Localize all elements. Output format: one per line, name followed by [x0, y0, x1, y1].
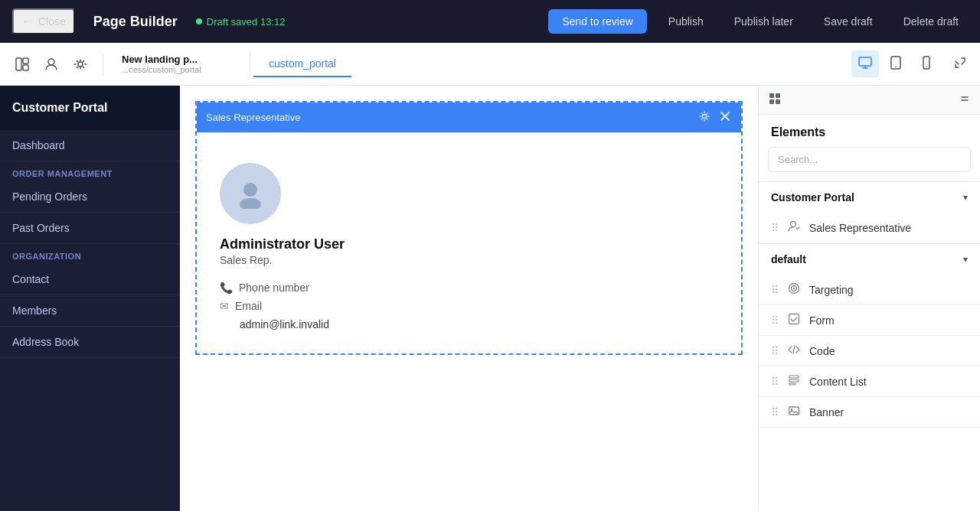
settings-icon-button[interactable]	[67, 51, 93, 77]
panel-section-header-customer-portal[interactable]: Customer Portal ▾	[759, 182, 980, 213]
chevron-down-icon: ▾	[963, 192, 968, 203]
panel-section-title-customer-portal: Customer Portal	[771, 191, 854, 203]
block-header: Sales Representative	[197, 103, 741, 132]
toolbar-separator	[103, 54, 103, 75]
svg-point-10	[703, 115, 707, 119]
svg-point-9	[926, 67, 926, 67]
publish-button[interactable]: Publish	[659, 9, 713, 34]
breadcrumb-title: New landing p...	[122, 54, 240, 65]
svg-rect-22	[789, 376, 799, 378]
panel-section-default: default ▾ ⠿ Targeting	[759, 243, 980, 428]
item-label-code: Code	[809, 345, 835, 357]
code-brackets-icon	[788, 343, 800, 356]
checkbox-icon	[788, 313, 800, 325]
right-panel: Elements Customer Portal ▾ ⠿	[758, 86, 980, 511]
view-mode-buttons	[851, 50, 940, 77]
list-item-banner[interactable]: ⠿ Banner	[759, 397, 980, 428]
phone-row: 📞 Phone number	[220, 282, 718, 294]
list-item-form[interactable]: ⠿ Form	[759, 305, 980, 336]
nav-item-members[interactable]: Members	[0, 295, 180, 327]
portal-frame: Customer Portal Dashboard Order Manageme…	[0, 86, 758, 511]
portal-header: Customer Portal	[0, 86, 180, 130]
svg-rect-15	[769, 99, 774, 104]
expand-icon	[954, 57, 966, 69]
item-label-banner: Banner	[809, 406, 844, 418]
list-item-content-list[interactable]: ⠿ Content List	[759, 366, 980, 397]
list-item-targeting[interactable]: ⠿ Targeting	[759, 275, 980, 305]
panel-title: Elements	[759, 115, 980, 147]
list-icon	[788, 374, 800, 386]
svg-rect-24	[789, 383, 795, 385]
save-draft-button[interactable]: Save draft	[815, 9, 882, 34]
drag-handle-icon: ⠿	[771, 222, 779, 234]
email-value: admin@link.invalid	[220, 318, 718, 330]
drag-handle-icon: ⠿	[771, 406, 779, 418]
expand-button[interactable]	[949, 52, 971, 76]
user-icon-button[interactable]	[38, 51, 64, 77]
settings-icon	[74, 57, 87, 71]
canvas-area: Customer Portal Dashboard Order Manageme…	[0, 86, 758, 511]
svg-point-12	[240, 198, 261, 209]
publish-later-button[interactable]: Publish later	[725, 9, 802, 34]
rep-role: Sales Rep.	[220, 254, 718, 266]
mobile-view-button[interactable]	[913, 50, 940, 77]
close-button[interactable]: ← Close	[12, 8, 75, 34]
desktop-icon	[858, 55, 873, 70]
nav-section-order-management: Order Management	[0, 161, 180, 181]
phone-label: Phone number	[239, 282, 309, 294]
panel-section-title-default: default	[771, 253, 806, 265]
arrow-left-icon: ←	[21, 15, 34, 28]
delete-draft-button[interactable]: Delete draft	[894, 9, 968, 34]
block-content: Administrator User Sales Rep. 📞 Phone nu…	[197, 132, 741, 353]
tab-custom-portal[interactable]: custom_portal	[253, 51, 351, 77]
desktop-view-button[interactable]	[851, 50, 879, 77]
item-label-form: Form	[809, 314, 835, 327]
search-input[interactable]	[768, 147, 971, 172]
panel-search	[759, 147, 980, 181]
portal-header-title: Customer Portal	[12, 101, 168, 115]
draft-dot-icon	[196, 18, 202, 24]
banner-image-icon	[788, 405, 800, 417]
content-list-icon	[786, 374, 802, 389]
canvas-inner: Customer Portal Dashboard Order Manageme…	[0, 86, 758, 511]
svg-rect-16	[776, 99, 780, 104]
close-icon	[720, 111, 730, 122]
svg-rect-5	[859, 57, 871, 66]
layout-icon-button[interactable]	[9, 51, 35, 77]
list-item[interactable]: ⠿ Sales Representative	[759, 213, 980, 243]
svg-point-3	[48, 59, 54, 65]
svg-rect-23	[789, 379, 799, 382]
panel-expand-icon[interactable]	[959, 93, 971, 107]
panel-grid-icon	[768, 92, 782, 108]
code-icon	[786, 343, 802, 358]
svg-rect-2	[23, 65, 28, 70]
item-label-content-list: Content List	[809, 376, 867, 388]
send-to-review-button[interactable]: Send to review	[548, 9, 647, 34]
sales-rep-icon	[786, 220, 802, 235]
phone-icon: 📞	[220, 282, 233, 294]
chevron-down-icon-2: ▾	[963, 254, 968, 265]
svg-rect-0	[16, 58, 21, 70]
nav-item-contact[interactable]: Contact	[0, 264, 180, 295]
nav-item-address-book[interactable]: Address Book	[0, 327, 180, 358]
list-item-code[interactable]: ⠿ Code	[759, 336, 980, 366]
customer-portal-items: ⠿ Sales Representative	[759, 213, 980, 243]
block-close-button[interactable]	[718, 109, 732, 126]
nav-item-dashboard[interactable]: Dashboard	[0, 130, 180, 161]
nav-item-past-orders[interactable]: Past Orders	[0, 213, 180, 244]
svg-point-11	[243, 183, 257, 197]
selected-block[interactable]: Sales Representative	[195, 101, 743, 355]
svg-point-20	[793, 288, 795, 289]
svg-rect-13	[769, 93, 774, 98]
top-bar: ← Close Page Builder Draft saved 13:12 S…	[0, 0, 980, 43]
tablet-view-button[interactable]	[882, 50, 910, 77]
page-breadcrumb: New landing p... ...cess/custom_portal	[113, 50, 250, 77]
user-icon	[44, 57, 58, 71]
block-settings-button[interactable]	[697, 109, 712, 126]
drag-handle-icon: ⠿	[771, 376, 779, 388]
nav-item-pending-orders[interactable]: Pending Orders	[0, 181, 180, 213]
banner-icon	[786, 405, 802, 419]
target-icon	[788, 282, 800, 295]
item-label-targeting: Targeting	[809, 284, 854, 296]
panel-section-header-default[interactable]: default ▾	[759, 244, 980, 275]
